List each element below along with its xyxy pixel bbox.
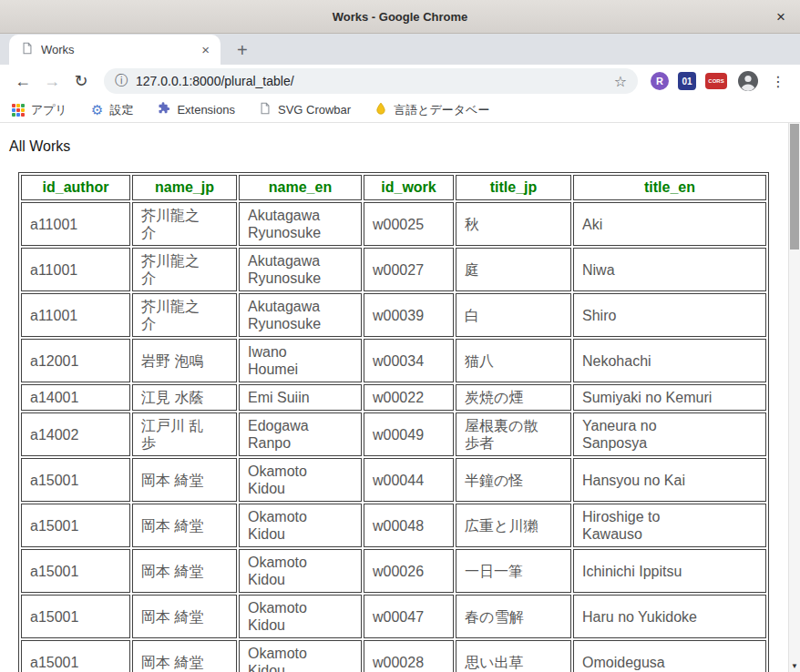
table-cell: Ichinichi Ippitsu [573, 549, 766, 593]
bookmark-settings[interactable]: ⚙ 設定 [91, 102, 133, 118]
gear-icon: ⚙ [91, 103, 103, 117]
tab-works[interactable]: Works × [9, 35, 221, 65]
table-cell: w00026 [364, 549, 454, 593]
column-header-name-jp: name_jp [132, 175, 237, 200]
table-cell: 芥川龍之 介 [132, 293, 237, 337]
table-cell: 岩野 泡鳴 [132, 339, 237, 382]
table-header-row: id_author name_jp name_en id_work title_… [21, 175, 766, 200]
table-cell: Hansyou no Kai [573, 458, 766, 502]
table-cell: a11001 [21, 293, 130, 337]
table-cell: Akutagawa Ryunosuke [239, 248, 362, 291]
new-tab-button[interactable]: + [231, 40, 253, 60]
table-cell: w00022 [364, 384, 454, 411]
bookmark-label: 設定 [109, 102, 133, 118]
table-cell: Niwa [573, 248, 766, 291]
window-close-button[interactable]: × [771, 9, 791, 25]
extension-01-icon[interactable]: 01 [678, 72, 696, 90]
table-cell: a14001 [21, 384, 130, 411]
table-cell: 岡本 綺堂 [132, 549, 237, 593]
scroll-down-button[interactable]: ▼ [789, 660, 800, 672]
scrollbar-thumb[interactable] [790, 124, 799, 249]
table-cell: Aki [573, 202, 766, 246]
table-cell: 思い出草 [456, 640, 571, 672]
table-cell: Haru no Yukidoke [573, 595, 766, 638]
table-cell: a15001 [21, 458, 130, 502]
bookmark-apps[interactable]: アプリ [12, 102, 67, 118]
table-row: a15001岡本 綺堂Okamoto Kidouw00044半鐘の怪Hansyo… [21, 458, 766, 502]
table-cell: a11001 [21, 248, 130, 291]
extension-cors-icon[interactable]: CORS [705, 73, 727, 89]
table-cell: w00039 [364, 293, 454, 337]
apps-grid-icon [12, 104, 25, 117]
table-cell: 半鐘の怪 [456, 458, 571, 502]
table-cell: a14002 [21, 412, 130, 456]
table-cell: Okamoto Kidou [239, 458, 362, 502]
works-table: id_author name_jp name_en id_work title_… [18, 172, 769, 672]
table-cell: 岡本 綺堂 [132, 458, 237, 502]
table-cell: Sumiyaki no Kemuri [573, 384, 766, 411]
works-table-body: a11001芥川龍之 介Akutagawa Ryunosukew00025秋Ak… [21, 202, 766, 672]
document-icon [259, 102, 272, 118]
reload-button[interactable]: ↻ [67, 67, 95, 95]
vertical-scrollbar[interactable]: ▼ [788, 123, 800, 672]
table-cell: 江見 水蔭 [132, 384, 237, 411]
table-cell: Nekohachi [573, 339, 766, 382]
table-cell: 岡本 綺堂 [132, 504, 237, 547]
table-cell: w00034 [364, 339, 454, 382]
url-text[interactable]: 127.0.0.1:8000/plural_table/ [136, 74, 606, 88]
table-cell: Akutagawa Ryunosuke [239, 293, 362, 337]
back-button[interactable]: ← [9, 67, 36, 95]
table-cell: w00044 [364, 458, 454, 502]
bookmark-svg-crowbar[interactable]: SVG Crowbar [259, 102, 351, 118]
table-cell: a15001 [21, 504, 130, 547]
table-row: a14002江戸川 乱 歩Edogawa Ranpow00049屋根裏の散 歩者… [21, 412, 766, 456]
table-row: a15001岡本 綺堂Okamoto Kidouw00048広重と川獺Hiros… [21, 504, 766, 547]
table-cell: 一日一筆 [456, 549, 571, 593]
table-cell: Okamoto Kidou [239, 504, 362, 547]
table-row: a12001岩野 泡鳴Iwano Houmeiw00034猫八Nekohachi [21, 339, 766, 382]
column-header-title-jp: title_jp [456, 175, 571, 200]
address-bar[interactable]: ⓘ 127.0.0.1:8000/plural_table/ ☆ [104, 68, 638, 94]
column-header-id-author: id_author [21, 175, 130, 200]
table-cell: 庭 [456, 248, 571, 291]
table-cell: Okamoto Kidou [239, 549, 362, 593]
forward-button: → [38, 67, 66, 95]
table-row: a15001岡本 綺堂Okamoto Kidouw00047春の雪解Haru n… [21, 595, 766, 638]
browser-menu-button[interactable]: ⋮ [765, 73, 791, 90]
window-titlebar[interactable]: Works - Google Chrome × [0, 0, 800, 34]
puzzle-icon [157, 101, 170, 118]
bookmark-extensions[interactable]: Extensions [157, 101, 235, 118]
extension-r-icon[interactable]: R [651, 72, 669, 90]
table-cell: 屋根裏の散 歩者 [456, 412, 571, 456]
page-content: All Works id_author name_jp name_en id_w… [0, 123, 800, 672]
bookmark-label: SVG Crowbar [278, 103, 351, 117]
bookmark-label: Extensions [177, 103, 235, 117]
tab-close-button[interactable]: × [198, 42, 213, 57]
table-row: a11001芥川龍之 介Akutagawa Ryunosukew00027庭Ni… [21, 248, 766, 291]
browser-toolbar: ← → ↻ ⓘ 127.0.0.1:8000/plural_table/ ☆ R… [0, 65, 800, 97]
site-info-icon[interactable]: ⓘ [115, 73, 128, 89]
table-cell: 白 [456, 293, 571, 337]
table-cell: w00027 [364, 248, 454, 291]
bookmarks-bar: アプリ ⚙ 設定 Extensions SVG Crowbar 言語とデータベー [0, 97, 800, 123]
table-cell: Akutagawa Ryunosuke [239, 202, 362, 246]
table-cell: Iwano Houmei [239, 339, 362, 382]
bookmark-lang-db[interactable]: 言語とデータベー [374, 102, 489, 118]
table-row: a11001芥川龍之 介Akutagawa Ryunosukew00025秋Ak… [21, 202, 766, 246]
table-cell: a15001 [21, 549, 130, 593]
table-cell: a15001 [21, 640, 130, 672]
table-cell: w00049 [364, 412, 454, 456]
table-cell: 江戸川 乱 歩 [132, 412, 237, 456]
table-cell: Okamoto Kidou [239, 595, 362, 638]
window-title: Works - Google Chrome [333, 10, 468, 24]
table-cell: 春の雪解 [456, 595, 571, 638]
profile-avatar[interactable] [737, 70, 759, 92]
table-cell: Omoidegusa [573, 640, 766, 672]
bookmark-star-icon[interactable]: ☆ [614, 73, 627, 90]
droplet-icon [374, 102, 387, 118]
page-title: All Works [9, 138, 800, 155]
table-cell: w00048 [364, 504, 454, 547]
table-cell: a11001 [21, 202, 130, 246]
table-cell: 猫八 [456, 339, 571, 382]
table-cell: 岡本 綺堂 [132, 595, 237, 638]
